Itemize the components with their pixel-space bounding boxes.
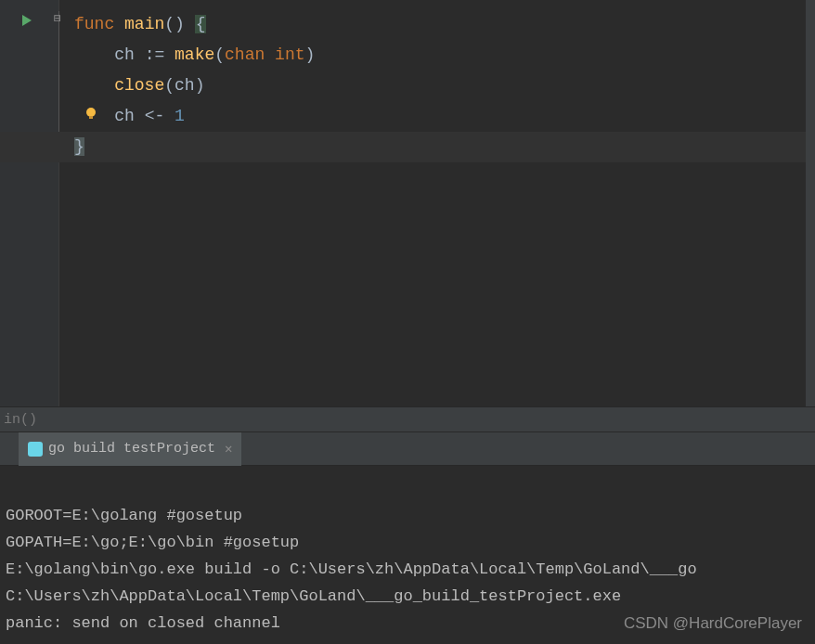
svg-marker-0 xyxy=(22,15,32,26)
output-line: GOPATH=E:\go;E:\go\bin #gosetup xyxy=(6,534,299,551)
type: int xyxy=(275,45,304,64)
function-name: main xyxy=(124,15,164,33)
output-line: panic: send on closed channel xyxy=(6,614,280,632)
brace-close: } xyxy=(74,137,84,156)
terminal-tab-bar: go build testProject ✕ xyxy=(0,432,815,466)
fold-toggle-open[interactable]: ⊟ xyxy=(54,11,61,26)
paren: ) xyxy=(195,76,205,95)
output-line: C:\Users\zh\AppData\Local\Temp\GoLand\__… xyxy=(6,587,621,605)
number: 1 xyxy=(175,107,185,125)
builtin: make xyxy=(175,45,214,64)
gopher-icon xyxy=(28,442,43,457)
code-content[interactable]: func main() { ch := make(chan int) close… xyxy=(59,0,815,406)
output-line: E:\golang\bin\go.exe build -o C:\Users\z… xyxy=(6,560,697,578)
indent xyxy=(74,45,114,64)
space xyxy=(265,45,275,64)
breadcrumb-bar[interactable]: in() xyxy=(0,406,815,432)
code-line[interactable]: ch := make(chan int) xyxy=(74,40,815,71)
code-line[interactable]: close(ch) xyxy=(74,71,815,101)
terminal-tab-active[interactable]: go build testProject ✕ xyxy=(19,432,241,466)
paren: ) xyxy=(305,45,316,64)
tab-label: go build testProject xyxy=(48,441,215,457)
indent xyxy=(74,107,114,125)
code-line[interactable]: } xyxy=(74,132,815,162)
watermark: CSDN @HardCorePlayer xyxy=(624,614,802,633)
gutter-margin xyxy=(0,0,7,406)
run-icon[interactable] xyxy=(20,13,33,32)
paren: ( xyxy=(164,76,175,95)
identifier: ch xyxy=(175,76,195,95)
indent xyxy=(74,76,114,95)
terminal-panel: go build testProject ✕ GOROOT=E:\golang … xyxy=(0,432,815,644)
editor-area[interactable]: ⊟ ⊟ func main() { ch := make(chan int) c… xyxy=(0,0,815,406)
builtin: close xyxy=(114,76,164,95)
close-icon[interactable]: ✕ xyxy=(225,441,232,457)
keyword: chan xyxy=(225,45,265,64)
operator: <- xyxy=(145,107,175,125)
gutter[interactable] xyxy=(7,0,59,406)
punct: () xyxy=(164,15,194,33)
output-line: GOROOT=E:\golang #gosetup xyxy=(6,507,242,524)
identifier: ch xyxy=(114,107,144,125)
identifier: ch xyxy=(114,45,144,64)
code-line[interactable]: ch <- 1 xyxy=(74,101,815,132)
code-line[interactable]: func main() { xyxy=(74,9,815,40)
editor-scrollbar[interactable] xyxy=(806,0,815,406)
operator: := xyxy=(145,45,175,64)
keyword: func xyxy=(74,15,114,33)
breadcrumb-text: in() xyxy=(4,412,37,428)
paren: ( xyxy=(214,45,225,64)
brace-open: { xyxy=(195,15,207,33)
